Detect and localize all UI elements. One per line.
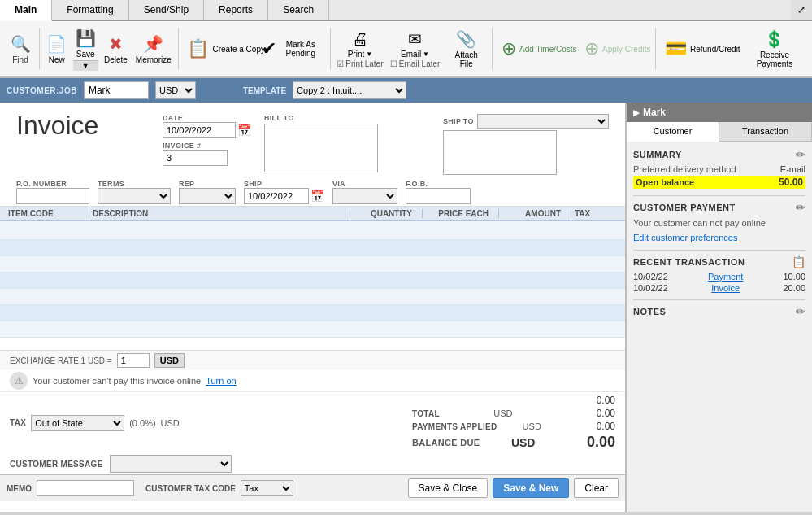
delete-icon: ✖ [109,34,123,54]
transaction-type-1[interactable]: Invoice [711,283,740,293]
tab-reports[interactable]: Reports [204,0,268,20]
table-row[interactable] [0,305,625,321]
email-icon: ✉ [408,29,422,49]
balance-amount: 0.00 [567,434,615,451]
calendar-icon[interactable]: 📅 [237,124,251,137]
table-row[interactable] [0,256,625,273]
edit-prefs-link[interactable]: Edit customer preferences [633,233,737,242]
table-row[interactable] [0,240,625,256]
bill-to-label: BILL TO [264,114,430,122]
table-row[interactable] [0,221,625,240]
clear-button[interactable]: Clear [574,478,619,498]
transaction-export-icon[interactable]: 📋 [792,255,805,268]
create-copy-button[interactable]: 📋 Create a Copy [181,36,254,62]
col-header-price: PRICE EACH [426,209,495,218]
table-row[interactable] [0,289,625,305]
transaction-row-1: 10/02/22 Invoice 20.00 [633,283,805,293]
save-close-button[interactable]: Save & Close [408,478,489,498]
add-time-costs-button[interactable]: ⊕ Add Time/Costs [496,36,577,62]
customer-tax-label: CUSTOMER TAX CODE [145,484,236,493]
customer-job-label: CUSTOMER:JOB [7,86,77,95]
online-msg-text: Your customer can't pay this invoice onl… [33,376,201,386]
date-label: DATE [163,114,251,122]
warning-icon: ⚠ [10,372,28,390]
ship-label: SHIP [244,180,324,188]
customer-msg-select[interactable] [110,455,232,473]
tab-formatting[interactable]: Formatting [52,0,128,20]
attach-file-button[interactable]: 📎 Attach File [444,27,489,71]
time-costs-icon: ⊕ [502,38,516,59]
bill-to-textarea[interactable] [264,124,378,172]
terms-select[interactable] [98,188,171,204]
panel-arrow-icon: ▶ [633,108,640,117]
memo-input[interactable] [37,480,134,496]
via-select[interactable] [332,188,397,204]
panel-tab-customer[interactable]: Customer [627,122,719,142]
memorize-icon: 📌 [143,34,163,54]
ship-calendar-icon[interactable]: 📅 [310,190,324,203]
find-button[interactable]: 🔍 Find [5,32,36,67]
delete-button[interactable]: ✖ Delete [101,32,131,67]
rep-select[interactable] [179,188,236,204]
col-header-amount: AMOUNT [502,209,567,218]
payment-edit-icon[interactable]: ✏ [796,201,805,214]
terms-label: TERMS [98,180,171,188]
rep-label: REP [179,180,236,188]
tax-select[interactable]: Out of State [31,415,124,431]
mark-pending-icon: ✔ [262,38,276,59]
invoice-num-label: INVOICE # [163,142,251,150]
panel-header: ▶ Mark [627,103,812,122]
customer-tax-select[interactable]: Tax [241,480,293,496]
payments-label: PAYMENTS APPLIED [412,422,497,431]
transaction-date-0: 10/02/22 [633,272,668,282]
notes-edit-icon[interactable]: ✏ [796,305,805,318]
col-header-tax: TAX [575,209,607,218]
exchange-currency: USD [154,353,185,368]
apply-credits-button[interactable]: ⊕ Apply Credits [579,36,652,62]
mark-pending-button[interactable]: ✔ Mark As Pending [256,36,327,62]
receive-payments-button[interactable]: 💲 Receive Payments [742,27,807,71]
panel-tab-transaction[interactable]: Transaction [719,122,812,141]
new-button[interactable]: 📄 New [43,32,71,67]
table-row[interactable] [0,321,625,338]
save-button[interactable]: 💾 Save ▼ [72,26,99,72]
date-input[interactable] [163,122,236,138]
copy-icon: 📋 [187,38,209,59]
memorize-button[interactable]: 📌 Memorize [132,32,174,67]
ship-to-textarea[interactable] [443,130,557,175]
ship-to-select[interactable] [477,114,609,129]
notes-title: NOTES [633,307,666,316]
fob-input[interactable] [406,188,471,204]
refund-credit-button[interactable]: 💳 Refund/Credit [659,36,740,62]
invoice-num-input[interactable] [163,150,228,166]
tab-search[interactable]: Search [268,0,329,20]
ship-date-input[interactable] [244,188,309,204]
invoice-title: Invoice [16,111,146,141]
customer-input[interactable] [84,81,149,99]
email-button[interactable]: ✉ Email ▼ ☐ Email Later [388,27,443,71]
resize-icon[interactable]: ⤢ [791,0,812,20]
turn-on-link[interactable]: Turn on [206,376,237,386]
payment-title: CUSTOMER PAYMENT [633,203,736,212]
po-label: P.O. NUMBER [16,180,89,188]
payments-currency: USD [523,421,541,431]
tax-currency: USD [161,418,180,428]
currency-select[interactable]: USD [155,81,196,99]
transaction-type-0[interactable]: Payment [708,272,743,282]
summary-edit-icon[interactable]: ✏ [796,148,805,161]
balance-label: BALANCE DUE [412,438,480,447]
via-label: VIA [332,180,397,188]
po-input[interactable] [16,188,89,204]
tab-main[interactable]: Main [0,0,52,21]
open-balance-label: Open balance [636,177,694,187]
transaction-amount-1: 20.00 [783,283,805,293]
print-button[interactable]: 🖨 Print ▼ ☑ Print Later [334,28,386,71]
save-new-button[interactable]: Save & New [493,478,569,498]
summary-title: SUMMARY [633,150,682,159]
exchange-input[interactable] [117,353,150,368]
tab-sendship[interactable]: Send/Ship [129,0,204,20]
col-header-quantity: QUANTITY [354,209,419,218]
memo-label: MEMO [7,484,32,493]
template-select[interactable]: Copy 2 : Intuit.... [293,81,406,99]
table-row[interactable] [0,273,625,289]
